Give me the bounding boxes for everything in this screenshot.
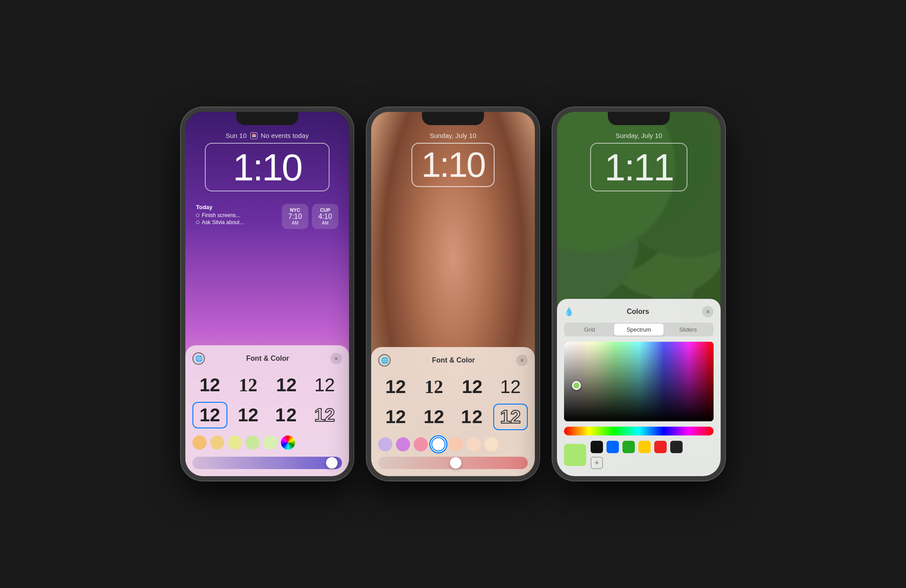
font-option-6[interactable]: 12 xyxy=(231,402,266,428)
panel-close-button[interactable]: × xyxy=(330,353,342,364)
p2-font-option-5[interactable]: 12 xyxy=(378,404,413,430)
phone1-time-box[interactable]: 1:10 xyxy=(205,143,330,191)
p2-font-option-3[interactable]: 12 xyxy=(455,374,490,400)
phone3-date: Sunday, July 10 xyxy=(568,132,710,139)
font-option-8[interactable]: 12 xyxy=(307,402,342,428)
phone1-date-line: Sun 10 📅 No events today xyxy=(196,132,338,139)
phone1-reminders-widget: Today Finish screens... Ask Silvia about… xyxy=(196,204,277,226)
font-option-4[interactable]: 12 xyxy=(307,372,342,398)
color-dot-warm3[interactable] xyxy=(228,435,242,450)
colors-bottom: + xyxy=(564,441,714,469)
spectrum-selector-dot[interactable] xyxy=(572,381,581,390)
add-color-button[interactable]: + xyxy=(591,457,603,469)
preset-row-1 xyxy=(591,441,714,453)
phone3-time-box[interactable]: 1:11 xyxy=(590,143,687,191)
phone2-globe-icon[interactable]: 🌐 xyxy=(378,354,391,367)
p2-font-option-7[interactable]: 12 xyxy=(455,404,490,430)
phone-2: Sunday, July 10 1:10 🌐 Font & Color × 12… xyxy=(367,107,539,481)
p2-color-dot-6[interactable] xyxy=(467,437,481,451)
p2-font-option-2[interactable]: 12 xyxy=(417,374,452,400)
preset-blue[interactable] xyxy=(607,441,619,453)
phone2-status: Sunday, July 10 1:10 xyxy=(371,112,535,191)
preset-dark[interactable] xyxy=(670,441,683,453)
p2-font-option-6[interactable]: 12 xyxy=(417,404,452,430)
p2-font-option-4[interactable]: 12 xyxy=(493,374,528,400)
p2-font-option-1[interactable]: 12 xyxy=(378,374,413,400)
p2-color-dot-5[interactable] xyxy=(449,437,463,451)
phone3-background: Sunday, July 10 1:11 💧 Colors × Grid Spe… xyxy=(557,112,721,476)
phone2-panel-close[interactable]: × xyxy=(516,355,528,366)
segment-sliders[interactable]: Sliders xyxy=(664,324,713,336)
color-dots-row xyxy=(192,435,342,450)
font-option-5-selected[interactable]: 12 xyxy=(192,402,227,428)
selected-color-swatch xyxy=(564,444,586,466)
clock-city-nyc: NYC xyxy=(287,207,303,213)
p2-color-dot-blue-selected[interactable] xyxy=(431,437,445,451)
font-grid: 12 12 12 12 12 12 12 12 xyxy=(192,372,342,428)
phone1-no-events: No events today xyxy=(261,132,309,139)
reminder-text-2: Ask Silvia about... xyxy=(202,219,244,225)
font-option-7[interactable]: 12 xyxy=(269,402,304,428)
hue-slider[interactable] xyxy=(564,427,714,435)
preset-black[interactable] xyxy=(591,441,603,453)
phone2-font-color-panel: 🌐 Font & Color × 12 12 12 12 12 12 12 12 xyxy=(371,347,535,476)
phone1-font-color-panel: 🌐 Font & Color × 12 12 12 12 12 12 12 12 xyxy=(185,345,349,476)
font-option-2[interactable]: 12 xyxy=(231,372,266,398)
p2-font-option-8-selected[interactable]: 12 xyxy=(493,404,528,430)
p2-color-dot-3[interactable] xyxy=(414,437,428,451)
p2-color-dot-2[interactable] xyxy=(396,437,410,451)
color-dot-light-green[interactable] xyxy=(263,435,277,450)
panel-title: Font & Color xyxy=(246,355,289,363)
reminder-dot-1 xyxy=(196,214,200,217)
opacity-slider-thumb xyxy=(326,457,338,469)
phone2-time-box[interactable]: 1:10 xyxy=(411,143,495,187)
reminder-text-1: Finish screens... xyxy=(202,212,240,218)
clock-ampm-cup: AM xyxy=(317,221,333,225)
reminder-item-1: Finish screens... xyxy=(196,212,277,218)
p2-color-dot-1[interactable] xyxy=(378,437,392,451)
segment-grid[interactable]: Grid xyxy=(565,324,614,336)
clock-time-cup: 4:10 xyxy=(317,213,333,221)
phone1-widgets: Today Finish screens... Ask Silvia about… xyxy=(185,199,349,233)
spectrum-area[interactable] xyxy=(564,342,714,421)
phone-3: Sunday, July 10 1:11 💧 Colors × Grid Spe… xyxy=(553,107,725,481)
colors-panel-header: 💧 Colors × xyxy=(564,306,714,317)
colors-panel: 💧 Colors × Grid Spectrum Sliders xyxy=(557,299,721,476)
color-dot-green[interactable] xyxy=(246,435,260,450)
reminder-dot-2 xyxy=(196,221,200,224)
phone2-font-grid: 12 12 12 12 12 12 12 12 xyxy=(378,374,528,430)
p2-slider-thumb xyxy=(450,457,461,469)
eyedropper-icon[interactable]: 💧 xyxy=(564,307,574,317)
phone2-time: 1:10 xyxy=(421,147,485,183)
clock-city-cup: CUP xyxy=(317,207,333,213)
preset-green[interactable] xyxy=(622,441,635,453)
color-dot-warm2[interactable] xyxy=(210,435,224,450)
spectrum-black-overlay xyxy=(564,342,714,421)
preset-red[interactable] xyxy=(654,441,667,453)
segment-control: Grid Spectrum Sliders xyxy=(564,323,714,336)
segment-spectrum[interactable]: Spectrum xyxy=(614,324,663,336)
color-dot-warm1[interactable] xyxy=(192,435,207,450)
world-clock-nyc: NYC 7:10 AM xyxy=(282,204,308,229)
clock-time-nyc: 7:10 xyxy=(287,213,303,221)
font-option-3[interactable]: 12 xyxy=(269,372,304,398)
preset-yellow[interactable] xyxy=(638,441,651,453)
phone1-background: Sun 10 📅 No events today 1:10 Today Fini… xyxy=(185,112,349,476)
p2-opacity-slider[interactable] xyxy=(378,457,528,469)
phone2-panel-title: Font & Color xyxy=(432,356,475,364)
globe-icon[interactable]: 🌐 xyxy=(192,352,205,365)
p2-color-dot-7[interactable] xyxy=(484,437,499,451)
phone1-time: 1:10 xyxy=(219,148,315,186)
opacity-slider[interactable] xyxy=(192,457,342,469)
phone2-background: Sunday, July 10 1:10 🌐 Font & Color × 12… xyxy=(371,112,535,476)
color-dot-rainbow[interactable] xyxy=(281,435,295,450)
colors-panel-title: Colors xyxy=(627,308,649,316)
p2-color-dots-row xyxy=(378,437,528,451)
phone1-status: Sun 10 📅 No events today 1:10 xyxy=(185,112,349,199)
phone2-panel-header: 🌐 Font & Color × xyxy=(378,354,528,367)
phone1-date: Sun 10 xyxy=(226,132,247,139)
world-clock-cup: CUP 4:10 AM xyxy=(312,204,338,229)
font-option-1[interactable]: 12 xyxy=(192,372,227,398)
phone1-world-clocks: NYC 7:10 AM CUP 4:10 AM xyxy=(282,204,338,229)
colors-panel-close[interactable]: × xyxy=(702,306,714,317)
